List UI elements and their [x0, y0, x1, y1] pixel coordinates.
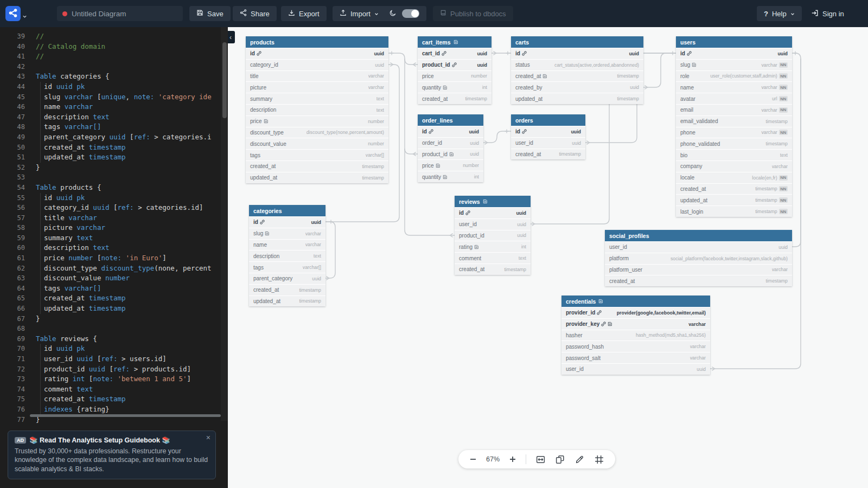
app-logo[interactable] — [5, 6, 21, 21]
code-line[interactable]: 48 tags varchar[] — [0, 122, 228, 132]
table-header-products[interactable]: products — [246, 36, 388, 48]
save-button[interactable]: Save — [189, 6, 231, 21]
ad-banner[interactable]: × AD 📚 Read The Analytics Setup Guideboo… — [8, 431, 216, 479]
table-header-order_lines[interactable]: order_lines — [418, 114, 483, 126]
code-line[interactable]: 52} — [0, 163, 228, 173]
code-line[interactable]: 76 indexes {rating} — [0, 404, 228, 415]
code-line[interactable]: 40// Catalog domain — [0, 42, 228, 52]
code-line[interactable]: 44 id uuid pk — [0, 82, 228, 92]
table-social_profiles[interactable]: social_profilesuser_iduuidplatformsocial… — [605, 230, 792, 286]
code-line[interactable]: 64 tags varchar[] — [0, 284, 228, 294]
publish-dbdocs-button[interactable]: Publish to dbdocs — [433, 6, 513, 21]
code-line[interactable]: 62 discount_type discount_type(none, per… — [0, 264, 228, 274]
table-header-credentials[interactable]: credentials — [561, 296, 710, 307]
table-order_lines[interactable]: order_linesiduuidorder_iduuidproduct_idu… — [418, 114, 483, 182]
code-line[interactable]: 57 title varchar — [0, 213, 228, 223]
code-line[interactable]: 54Table products { — [0, 183, 228, 193]
line-number: 42 — [0, 62, 25, 72]
code-line[interactable]: 67} — [0, 314, 228, 324]
field-name: tags — [253, 265, 264, 271]
field-type: int — [521, 244, 526, 249]
code-line[interactable]: 56 category_id uuid [ref: > categories.i… — [0, 203, 228, 213]
table-header-cart_items[interactable]: cart_items — [418, 36, 492, 48]
export-button[interactable]: Export — [281, 6, 327, 21]
dark-mode-toggle[interactable] — [382, 6, 426, 21]
field-row-users-id: iduuid — [676, 48, 792, 59]
table-categories[interactable]: categoriesiduuidslugvarcharnamevarcharde… — [249, 205, 326, 306]
table-header-users[interactable]: users — [676, 36, 792, 48]
table-header-reviews[interactable]: reviews — [455, 196, 531, 207]
line-content: summary text — [25, 233, 228, 243]
code-line[interactable]: 39// — [0, 31, 228, 42]
code-line[interactable]: 60 description text — [0, 243, 228, 253]
table-reviews[interactable]: reviewsiduuiduser_iduuidproduct_iduuidra… — [455, 196, 531, 275]
import-button[interactable]: Import — [333, 6, 386, 21]
code-line[interactable]: 50 created_at timestamp — [0, 143, 228, 153]
code-line[interactable]: 68 — [0, 324, 228, 334]
code-line[interactable]: 61 price number [note: 'in Euro'] — [0, 253, 228, 264]
zoom-out-button[interactable] — [469, 455, 477, 463]
close-icon[interactable]: × — [206, 433, 210, 442]
toggle-pill[interactable] — [402, 9, 419, 18]
table-credentials[interactable]: credentialsprovider_idprovider(google,fa… — [561, 296, 710, 375]
auto-arrange-button[interactable] — [555, 454, 565, 465]
ad-title[interactable]: 📚 Read The Analytics Setup Guidebook 📚 — [29, 436, 170, 444]
code-line[interactable]: 66 updated_at timestamp — [0, 304, 228, 314]
code-line[interactable]: 73 rating int [note: 'between 1 and 5'] — [0, 374, 228, 384]
indent-guide — [40, 92, 41, 102]
help-button[interactable]: ? Help — [757, 6, 802, 21]
code-line[interactable]: 71 user_id uuid [ref: > users.id] — [0, 354, 228, 364]
scrollbar-thumb[interactable] — [222, 42, 227, 118]
table-header-categories[interactable]: categories — [249, 205, 326, 216]
zoom-in-button[interactable] — [509, 455, 516, 463]
code-line[interactable]: 47 description text — [0, 112, 228, 123]
line-number: 51 — [0, 152, 25, 163]
code-line[interactable]: 45 slug varchar [unique, note: 'category… — [0, 92, 228, 102]
frame-button[interactable] — [594, 454, 604, 465]
diagram-title-input[interactable] — [72, 10, 177, 18]
table-carts[interactable]: cartsiduuidstatuscart_status(active,orde… — [511, 36, 643, 104]
fit-to-screen-button[interactable] — [535, 454, 546, 465]
field-row-order_lines-id: iduuid — [418, 126, 483, 137]
table-header-social_profiles[interactable]: social_profiles — [605, 230, 792, 241]
field-row-users-role: roleuser_role(customer,staff,admin)NN — [676, 71, 792, 82]
table-header-carts[interactable]: carts — [511, 36, 643, 48]
editor-horizontal-scrollbar[interactable] — [30, 414, 221, 417]
field-name: user_id — [459, 221, 477, 227]
code-line[interactable]: 72 product_id uuid [ref: > products.id] — [0, 364, 228, 375]
code-line[interactable]: 49 parent_category uuid [ref: > categori… — [0, 132, 228, 143]
field-type: number — [471, 73, 487, 79]
code-line[interactable]: 58 picture varchar — [0, 223, 228, 233]
table-cart_items[interactable]: cart_itemscart_iduuidproduct_iduuidprice… — [418, 36, 492, 104]
line-number: 69 — [0, 334, 25, 344]
field-type: text — [376, 96, 384, 101]
editor-vertical-scrollbar[interactable] — [221, 27, 228, 421]
highlighter-button[interactable] — [575, 454, 585, 465]
table-name: categories — [253, 208, 282, 214]
logo-menu-caret-icon[interactable] — [22, 11, 27, 21]
code-line[interactable]: 51 updated_at timestamp — [0, 152, 228, 163]
table-header-orders[interactable]: orders — [511, 114, 585, 126]
code-line[interactable]: 59 summary text — [0, 233, 228, 243]
table-products[interactable]: productsiduuidcategory_iduuidtitlevarcha… — [246, 36, 388, 183]
code-line[interactable]: 46 name varchar — [0, 102, 228, 112]
line-content: created_at timestamp — [25, 394, 228, 404]
code-line[interactable]: 55 id uuid pk — [0, 193, 228, 203]
code-line[interactable]: 42 — [0, 62, 228, 72]
code-line[interactable]: 41// — [0, 52, 228, 62]
code-line[interactable]: 74 comment text — [0, 384, 228, 395]
code-line[interactable]: 69Table reviews { — [0, 334, 228, 344]
table-orders[interactable]: ordersiduuiduser_iduuidcreated_attimesta… — [511, 114, 585, 159]
share-button[interactable]: Share — [233, 6, 277, 21]
code-line[interactable]: 43Table categories { — [0, 72, 228, 82]
code-line[interactable]: 53 — [0, 172, 228, 183]
code-line[interactable]: 65 created_at timestamp — [0, 293, 228, 304]
code-line[interactable]: 70 id uuid pk — [0, 344, 228, 354]
table-users[interactable]: usersiduuidslugvarcharNNroleuser_role(cu… — [676, 36, 792, 217]
diagram-canvas[interactable]: ‹ productsiduuidcategory_iduuidtitlevarc… — [228, 27, 868, 488]
sign-in-button[interactable]: Sign in — [804, 6, 851, 21]
collapse-editor-button[interactable]: ‹ — [228, 31, 235, 43]
code-line[interactable]: 75 created_at timestamp — [0, 394, 228, 404]
dbml-code-editor[interactable]: 39//40// Catalog domain41//4243Table cat… — [0, 27, 228, 488]
code-line[interactable]: 63 discount_value number — [0, 273, 228, 284]
